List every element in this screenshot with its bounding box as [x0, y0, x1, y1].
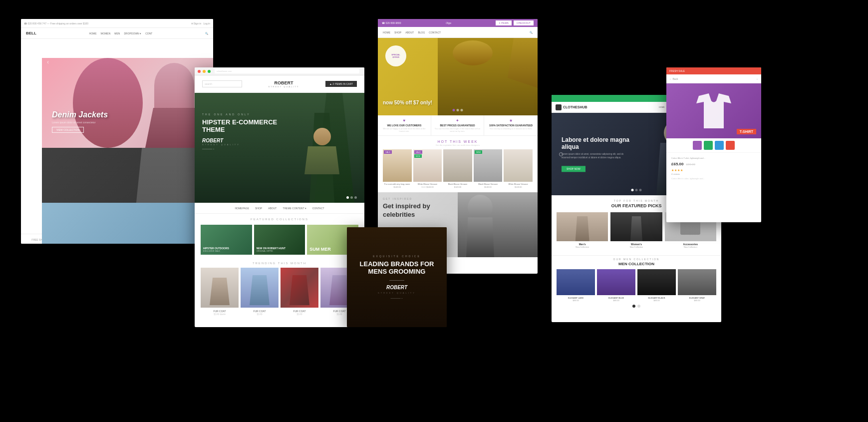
close-dot — [198, 70, 201, 73]
hero-dots-3 — [453, 109, 463, 111]
badge-sale-1: SALE — [384, 150, 392, 154]
collections-grid-2: HIPSTER OUTDOORS EXCLUSIVE SALE NEW ON R… — [201, 225, 358, 255]
header-2: search ROBERT STREET QUALITY ▲ 2 ITEMS I… — [195, 75, 364, 93]
product-item-5: White Blouse Versace $149.00 — [504, 149, 533, 188]
products-row-5: ELEGANT LAKE $40.00 ELEGANT BLUE $40.00 … — [557, 269, 716, 302]
badge-new-2: NEW — [414, 154, 422, 158]
feature-1: ♥ WE LOVE OUR CUSTOMERS We are so happy … — [378, 115, 431, 135]
colors-row-6 — [666, 138, 761, 153]
product-img-2 — [241, 268, 279, 308]
nav-items-1: HOME WOMEN MEN DROPDOWN ▾ CONT — [89, 32, 153, 35]
product-3: FUR COAT $149 — [281, 268, 318, 316]
price-current-6: £65.00 — [671, 162, 683, 166]
color-green[interactable] — [704, 141, 713, 150]
hero-content-2: THE ONE AND ONLY HIPSTER E-COMMERCE THEM… — [202, 113, 282, 150]
logo-2: ROBERT STREET QUALITY — [268, 80, 299, 88]
hero-3: SPECIAL OFFER now 50% off $7 only! — [378, 38, 538, 115]
hero-price-3: now 50% off $7 only! — [383, 100, 432, 105]
hero-1: ❮ ❯ Denim Jackets Lorem ipsum dolor sit … — [42, 58, 213, 148]
product-info-6: Cotton Men's T-shirt, lightweight and...… — [666, 153, 761, 184]
hero-btn-1[interactable]: VIEW COLLECTION — [52, 127, 84, 133]
tshirt-icon-6 — [694, 91, 734, 131]
sale-badge-6: FRESH SALE — [669, 69, 685, 72]
features-row-3: ♥ WE LOVE OUR CUSTOMERS We are so happy … — [378, 115, 538, 136]
inspire-text-3: GET INSPIRED Get inspired by celebrities — [383, 197, 453, 219]
reviews-6: 4 reviews — [671, 173, 756, 175]
header-6: ← Back → — [666, 74, 761, 83]
hero-2: THE ONE AND ONLY HIPSTER E-COMMERCE THEM… — [195, 93, 364, 203]
grid-item-jackets: Jackets SHOP NOW › — [42, 203, 213, 244]
feature-2: ✦ BEST PRICES GUARANTEED You can find th… — [431, 115, 485, 135]
header-3: HOME SHOP ABOUT BLOG CONTACT 🔍 — [378, 27, 538, 38]
badge-new-4: NEW — [475, 150, 482, 154]
stars-6: ★★★★ — [671, 168, 756, 172]
top-bar-phone: ☎ 020 800 456 747 — Free shipping on ord… — [24, 22, 88, 25]
cat-women: Women's New Collection — [610, 212, 662, 248]
tshirt-label-6: T-SHIRT — [737, 129, 756, 134]
desc-text-6: Cotton Men's t-shirt, lightweight and... — [671, 177, 756, 180]
product-img-1 — [201, 268, 239, 308]
cart-btn-3[interactable]: 1 ITEMS — [496, 20, 511, 25]
min-dot — [203, 70, 206, 73]
products-grid-3: SALE Fur coat with very long name $149.0… — [383, 149, 533, 188]
mockup-card-robert: roberttheme.com search ROBERT STREET QUA… — [195, 67, 364, 327]
popup-content-4: EXQUISITE CHOICE LEADING BRANDS FOR MENS… — [347, 227, 447, 327]
men-section-5: OUR MEN COLLECTION MEN COLLECTION ELEGAN… — [552, 255, 721, 312]
checkout-btn-3[interactable]: CHECKOUT — [514, 20, 534, 25]
men-product-img-2 — [597, 269, 635, 295]
search-icon-1[interactable]: 🔍 — [205, 32, 208, 35]
forward-btn-6[interactable]: → — [756, 77, 758, 80]
hero-person-2 — [299, 128, 344, 193]
search-box-2[interactable]: search — [202, 80, 242, 87]
col-item-2: NEW ON ROBERT HUNT ORIGINAL HIPPIE — [254, 225, 305, 255]
offer-badge-3: SPECIAL OFFER — [385, 45, 406, 66]
product-item-4: NEW Black Blouse Versace $149.00 — [474, 149, 503, 188]
featured-section-2: FEATURED COLLECTIONS HIPSTER OUTDOORS EX… — [195, 214, 364, 259]
product-img-3 — [281, 268, 318, 308]
hero-dots-5 — [631, 189, 642, 191]
nav-items-3: HOME SHOP ABOUT BLOG CONTACT — [383, 31, 441, 34]
mockup-card-fashion: ☎ 020 800 456 747 — Free shipping on ord… — [21, 19, 213, 244]
cat-men: Men's New Collection — [557, 212, 608, 248]
men-product-3: ELEGANT BLACK $40.00 — [637, 269, 676, 302]
nav-logo-1: BELL — [26, 31, 36, 35]
trending-section-2: TRENDING THIS MONTH FUR COAT $149 $170 F… — [195, 259, 364, 319]
top-bar-6: FRESH SALE — [666, 67, 761, 74]
feature-3: ★ 100% SATISFACTION GUARANTEED Your mone… — [484, 115, 538, 135]
color-blue[interactable] — [715, 141, 724, 150]
hero-6: T-SHIRT — [666, 83, 761, 138]
mockup-card-robert-popup: EXQUISITE CHOICE LEADING BRANDS FOR MENS… — [347, 227, 447, 327]
men-product-2: ELEGANT BLUE $40.00 — [597, 269, 635, 302]
top-bar-2: roberttheme.com — [195, 67, 364, 75]
color-red[interactable] — [726, 141, 735, 150]
hero-btn-5[interactable]: SHOP NOW — [562, 166, 585, 172]
price-old-6: £90.00 — [686, 163, 695, 166]
badge-sale-2: SALE — [414, 150, 422, 154]
cart-btn-2[interactable]: ▲ 2 ITEMS IN CART — [325, 81, 357, 87]
search-icon-3[interactable]: 🔍 — [530, 31, 533, 34]
product-item-1: SALE Fur coat with very long name $149.0… — [383, 149, 412, 188]
mockup-card-tshirt: FRESH SALE ← Back → T-SHIRT Cotton Men's… — [666, 67, 761, 222]
hero-dots-2 — [346, 196, 357, 199]
men-product-img-3 — [637, 269, 676, 295]
arrow-left-1[interactable]: ❮ — [47, 60, 49, 63]
hot-section-3: HOT THIS WEEK Get the inspiration from o… — [378, 136, 538, 192]
max-dot — [208, 70, 211, 73]
men-product-img-4 — [678, 269, 716, 295]
product-2: FUR COAT $149 — [241, 268, 279, 316]
product-item-2: SALE NEW White Blouse Versace $140 $148.… — [413, 149, 442, 188]
products-dots-5 — [557, 305, 716, 308]
product-1: FUR COAT $149 $170 — [201, 268, 239, 316]
top-bar-actions: ✉ Sign in Log in — [191, 22, 210, 25]
men-product-4: ELEGANT GRAY $40.00 — [678, 269, 716, 302]
color-purple[interactable] — [693, 141, 702, 150]
nav-bar-1: BELL HOME WOMEN MEN DROPDOWN ▾ CONT 🔍 — [21, 28, 213, 39]
logo-5: CLOTHESHUB — [556, 104, 587, 110]
product-item-3: Black Blouse Versace $149.00 — [443, 149, 472, 188]
price-row-6: £65.00 £90.00 — [671, 162, 756, 166]
top-bar-1: ☎ 020 800 456 747 — Free shipping on ord… — [21, 19, 213, 28]
men-product-img-1 — [557, 269, 595, 295]
nav-bar-2: HOMEPAGE SHOP ABOUT THEME CONTENT ▾ CONT… — [195, 203, 364, 214]
back-btn-6[interactable]: ← Back — [669, 77, 678, 80]
top-bar-3: ☎ 020-568-9800 Olga 1 ITEMS CHECKOUT — [378, 19, 538, 27]
